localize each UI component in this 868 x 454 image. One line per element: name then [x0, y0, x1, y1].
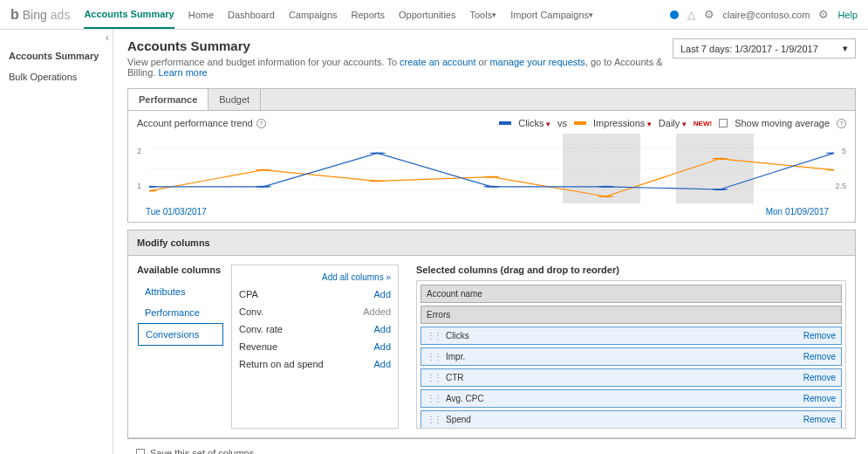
page-title: Accounts Summary	[127, 38, 673, 53]
available-label: Available columns	[137, 265, 224, 275]
legend-swatch-blue	[499, 121, 511, 125]
x-start: Tue 01/03/2017	[146, 207, 207, 217]
x-end: Mon 01/09/2017	[766, 207, 829, 217]
selected-label: Selected columns (drag and drop to reord…	[416, 265, 846, 275]
brand-ads: ads	[51, 8, 71, 22]
legend-granularity[interactable]: Daily	[659, 118, 687, 128]
moving-avg-checkbox[interactable]	[719, 119, 728, 127]
selected-col-label: Errors	[427, 310, 836, 320]
chevron-down-icon: ▾	[843, 43, 848, 54]
help-link[interactable]: Help	[837, 10, 858, 20]
sidebar: ‹ Accounts SummaryBulk Operations	[0, 30, 113, 454]
save-set-label: Save this set of columns	[150, 448, 254, 454]
selected-row: Errors	[420, 306, 842, 324]
topnav-item-opportunities[interactable]: Opportunities	[399, 0, 455, 29]
help-icon[interactable]: ?	[256, 119, 266, 128]
topnav-item-campaigns[interactable]: Campaigns	[289, 0, 338, 29]
save-set-checkbox[interactable]	[136, 449, 145, 454]
tab-budget[interactable]: Budget	[208, 89, 261, 110]
legend-series-b[interactable]: Impressions	[593, 118, 652, 128]
chart-panel: Account performance trend ? Clicks vs Im…	[127, 111, 856, 223]
add-link[interactable]: Add	[373, 289, 391, 299]
chart-svg	[149, 134, 834, 203]
selected-row[interactable]: ⋮⋮Avg. CPCRemove	[420, 389, 842, 408]
category-conversions[interactable]: Conversions	[138, 323, 223, 346]
selected-row[interactable]: ⋮⋮ClicksRemove	[420, 327, 842, 345]
legend-swatch-orange	[574, 121, 586, 125]
remove-link[interactable]: Remove	[803, 394, 836, 403]
available-col-label: Conv. rate	[239, 324, 283, 334]
new-badge: NEW!	[694, 120, 712, 127]
user-email[interactable]: claire@contoso.com	[723, 10, 810, 20]
collapse-sidebar-icon[interactable]: ‹	[106, 31, 109, 44]
svg-point-10	[149, 186, 157, 188]
brand-logo: b Bing ads	[10, 7, 70, 23]
available-columns-section: Available columns AttributesPerformanceC…	[137, 265, 399, 429]
selected-col-label: CTR	[446, 373, 798, 382]
date-range-picker[interactable]: Last 7 days: 1/3/2017 - 1/9/2017 ▾	[673, 38, 856, 58]
remove-link[interactable]: Remove	[803, 415, 836, 424]
moving-avg-label: Show moving average	[735, 118, 830, 128]
topnav-item-import-campaigns[interactable]: Import Campaigns	[510, 0, 593, 29]
topbar-right: △ ⚙ claire@contoso.com ⚙ Help	[670, 8, 858, 21]
topnav-item-accounts-summary[interactable]: Accounts Summary	[84, 0, 174, 29]
svg-point-7	[598, 196, 614, 197]
selected-col-label: Avg. CPC	[446, 394, 798, 403]
chart-y-right: 5 2.5	[835, 134, 846, 203]
svg-point-12	[369, 152, 386, 154]
page-description: View performance and budget information …	[127, 57, 673, 78]
create-account-link[interactable]: create an account	[400, 57, 475, 67]
add-link[interactable]: Add	[373, 324, 391, 334]
add-all-link[interactable]: Add all columns »	[232, 269, 398, 285]
category-attributes[interactable]: Attributes	[138, 281, 223, 302]
drag-handle-icon[interactable]: ⋮⋮	[427, 331, 441, 340]
remove-link[interactable]: Remove	[803, 373, 836, 382]
gear-icon[interactable]: ⚙	[704, 8, 714, 21]
topnav-item-home[interactable]: Home	[188, 0, 214, 29]
add-link[interactable]: Add	[373, 341, 391, 352]
selected-row[interactable]: ⋮⋮CTRRemove	[420, 368, 842, 387]
drag-handle-icon[interactable]: ⋮⋮	[427, 373, 441, 382]
selected-col-label: Impr.	[446, 352, 798, 361]
chart-title: Account performance trend	[137, 118, 253, 128]
help-icon[interactable]: ?	[837, 119, 846, 128]
drag-handle-icon[interactable]: ⋮⋮	[427, 415, 441, 424]
learn-more-link[interactable]: Learn more	[158, 67, 207, 78]
topnav-item-reports[interactable]: Reports	[352, 0, 386, 29]
legend-series-a[interactable]: Clicks	[518, 118, 550, 128]
remove-link[interactable]: Remove	[803, 331, 836, 340]
add-link[interactable]: Add	[373, 359, 391, 369]
main-content: Accounts Summary View performance and bu…	[113, 30, 868, 454]
topnav-item-tools[interactable]: Tools	[469, 0, 496, 29]
brand-bing: Bing	[23, 8, 47, 22]
body: ‹ Accounts SummaryBulk Operations Accoun…	[0, 30, 868, 454]
drag-handle-icon[interactable]: ⋮⋮	[427, 394, 441, 403]
drag-handle-icon[interactable]: ⋮⋮	[427, 352, 441, 361]
tab-performance[interactable]: Performance	[128, 89, 208, 110]
user-settings-icon[interactable]: ⚙	[818, 8, 829, 21]
tab-row: PerformanceBudget	[127, 88, 856, 111]
remove-link[interactable]: Remove	[803, 352, 836, 361]
footer-actions: Save this set of columns Apply Cancel	[127, 439, 856, 454]
svg-point-4	[255, 169, 271, 171]
category-performance[interactable]: Performance	[138, 302, 223, 323]
notification-icon[interactable]	[670, 10, 679, 19]
selected-row[interactable]: ⋮⋮Impr.Remove	[420, 347, 842, 366]
selected-list[interactable]: Account nameErrors⋮⋮ClicksRemove⋮⋮Impr.R…	[416, 280, 846, 429]
alert-icon[interactable]: △	[687, 9, 695, 21]
svg-point-5	[369, 180, 386, 182]
available-col-label: Revenue	[239, 341, 277, 352]
svg-point-11	[255, 186, 271, 188]
topnav-item-dashboard[interactable]: Dashboard	[228, 0, 275, 29]
selected-row[interactable]: ⋮⋮SpendRemove	[420, 410, 842, 429]
svg-point-3	[149, 190, 157, 192]
sidebar-item-accounts-summary[interactable]: Accounts Summary	[0, 45, 113, 66]
brand-b-icon: b	[10, 7, 19, 23]
svg-point-14	[598, 186, 614, 188]
manage-requests-link[interactable]: manage your requests	[489, 57, 584, 67]
available-row: Conv.Added	[232, 303, 398, 320]
sidebar-item-bulk-operations[interactable]: Bulk Operations	[0, 66, 113, 87]
available-row: Return on ad spendAdd	[232, 355, 398, 373]
svg-point-13	[483, 186, 500, 188]
selected-row: Account name	[420, 285, 842, 303]
